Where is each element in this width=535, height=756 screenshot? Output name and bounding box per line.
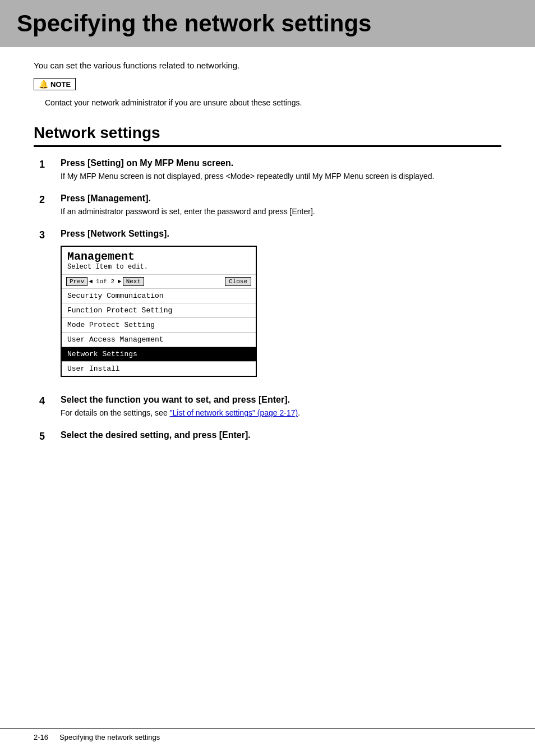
page-footer: 2-16 Specifying the network settings bbox=[0, 728, 535, 746]
step-3-content: Press [Network Settings]. Management Sel… bbox=[61, 229, 501, 384]
note-label: NOTE bbox=[50, 80, 71, 89]
step-5: 5 Select the desired setting, and press … bbox=[39, 430, 501, 442]
list-item[interactable]: Mode Protect Setting bbox=[62, 318, 256, 333]
list-item[interactable]: Function Protect Setting bbox=[62, 303, 256, 318]
list-item[interactable]: Security Communication bbox=[62, 289, 256, 303]
close-button[interactable]: Close bbox=[225, 277, 251, 286]
content-area: You can set the various functions relate… bbox=[0, 61, 535, 442]
step-1-title: Press [Setting] on My MFP Menu screen. bbox=[61, 158, 501, 168]
mgmt-header-title: Management bbox=[67, 250, 250, 263]
list-item[interactable]: User Install bbox=[62, 362, 256, 376]
list-item[interactable]: User Access Management bbox=[62, 333, 256, 347]
note-icon: 🔔 bbox=[39, 80, 48, 89]
step-4-content: Select the function you want to set, and… bbox=[61, 395, 501, 419]
step-5-content: Select the desired setting, and press [E… bbox=[61, 430, 501, 442]
step-4-title: Select the function you want to set, and… bbox=[61, 395, 501, 405]
step-3-number: 3 bbox=[39, 229, 56, 241]
page-info: 1of 2 bbox=[96, 278, 114, 285]
note-box: 🔔 NOTE bbox=[34, 78, 76, 90]
step-2: 2 Press [Management]. If an administrato… bbox=[39, 193, 501, 218]
step-1: 1 Press [Setting] on My MFP Menu screen.… bbox=[39, 158, 501, 182]
step-1-desc: If My MFP Menu screen is not displayed, … bbox=[61, 170, 501, 182]
next-button[interactable]: Next bbox=[123, 277, 144, 286]
mgmt-header-sub: Select Item to edit. bbox=[67, 263, 250, 271]
mgmt-panel: Management Select Item to edit. Prev ◄ 1… bbox=[61, 246, 257, 377]
step-4: 4 Select the function you want to set, a… bbox=[39, 395, 501, 419]
footer-page-text: Specifying the network settings bbox=[59, 733, 160, 741]
step-4-desc: For details on the settings, see "List o… bbox=[61, 407, 501, 419]
title-band: Specifying the network settings bbox=[0, 0, 535, 47]
next-arrow-icon: ► bbox=[118, 278, 122, 285]
mgmt-nav: Prev ◄ 1of 2 ► Next Close bbox=[62, 274, 256, 289]
mgmt-list: Security Communication Function Protect … bbox=[62, 289, 256, 376]
step-1-number: 1 bbox=[39, 158, 56, 170]
step-2-title: Press [Management]. bbox=[61, 193, 501, 204]
list-item-selected[interactable]: Network Settings bbox=[62, 347, 256, 362]
step-5-title: Select the desired setting, and press [E… bbox=[61, 430, 501, 440]
step-2-number: 2 bbox=[39, 193, 56, 206]
step-2-desc: If an administrator password is set, ent… bbox=[61, 206, 501, 218]
step-3: 3 Press [Network Settings]. Management S… bbox=[39, 229, 501, 384]
mgmt-header: Management Select Item to edit. bbox=[62, 247, 256, 274]
section-heading: Network settings bbox=[34, 124, 501, 147]
prev-button[interactable]: Prev bbox=[66, 277, 87, 286]
mgmt-nav-left: Prev ◄ 1of 2 ► Next bbox=[66, 277, 144, 286]
prev-arrow-icon: ◄ bbox=[89, 278, 93, 285]
step-4-link[interactable]: "List of network settings" (page 2-17) bbox=[170, 408, 298, 417]
step-4-number: 4 bbox=[39, 395, 56, 407]
note-text: Contact your network administrator if yo… bbox=[45, 98, 501, 107]
page-title: Specifying the network settings bbox=[17, 10, 518, 37]
step-1-content: Press [Setting] on My MFP Menu screen. I… bbox=[61, 158, 501, 182]
step-5-number: 5 bbox=[39, 430, 56, 442]
step-4-desc-text: For details on the settings, see bbox=[61, 408, 170, 417]
step-3-title: Press [Network Settings]. bbox=[61, 229, 501, 239]
intro-text: You can set the various functions relate… bbox=[34, 61, 501, 70]
step-2-content: Press [Management]. If an administrator … bbox=[61, 193, 501, 218]
footer-page-num: 2-16 bbox=[34, 733, 48, 741]
page-container: Specifying the network settings You can … bbox=[0, 0, 535, 756]
steps-container: 1 Press [Setting] on My MFP Menu screen.… bbox=[39, 158, 501, 442]
